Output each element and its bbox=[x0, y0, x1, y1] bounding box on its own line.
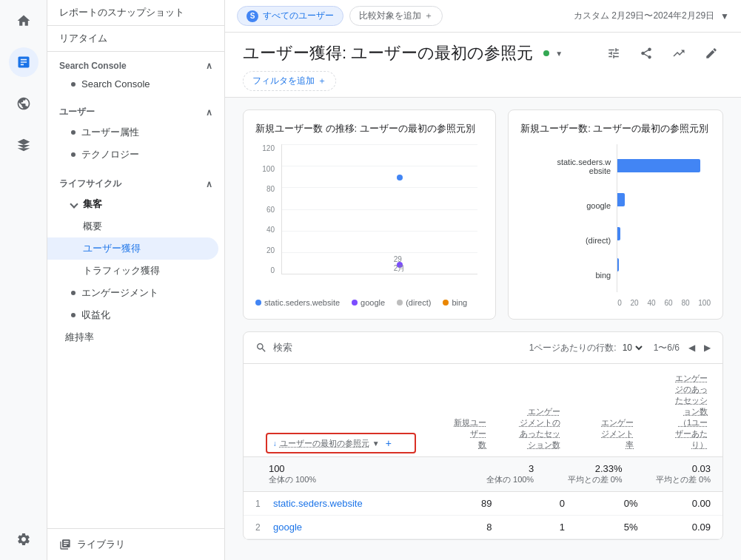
dimension-col-label: ユーザーの最初の参照元 bbox=[280, 438, 369, 449]
share-btn[interactable] bbox=[634, 41, 658, 65]
legend-dot-bing bbox=[443, 300, 449, 306]
col-dropdown-icon[interactable]: ▼ bbox=[372, 439, 380, 448]
bullet-icon bbox=[71, 82, 76, 87]
realtime-item[interactable]: リアタイム bbox=[47, 26, 224, 52]
search-box[interactable]: 検索 bbox=[255, 341, 292, 354]
plus-icon: ＋ bbox=[424, 10, 433, 22]
chart-legend: static.seders.website google (direct) bbox=[255, 298, 483, 307]
grid-line bbox=[282, 187, 477, 188]
lifecycle-group-header[interactable]: ライフサイクル ∧ bbox=[47, 172, 224, 193]
row-val-2-3: 5% bbox=[565, 522, 638, 533]
bar-label-static: static.seders.website bbox=[520, 158, 611, 175]
rows-per-page-label: 1ページあたりの行数: bbox=[529, 342, 617, 354]
user-chip-icon: S bbox=[247, 10, 258, 22]
home-icon-btn[interactable] bbox=[9, 6, 38, 36]
page-title-text: ユーザー獲得: ユーザーの最初の参照元 bbox=[243, 42, 533, 64]
bar-label-bing: bing bbox=[520, 271, 611, 280]
search-console-group-header[interactable]: Search Console ∧ bbox=[47, 55, 224, 74]
sort-arrow-icon: ↓ bbox=[273, 439, 277, 448]
sidebar-item-user-acquisition[interactable]: ユーザー獲得 bbox=[47, 237, 218, 260]
sidebar-item-retention[interactable]: 維持率 bbox=[47, 326, 218, 348]
traffic-acquisition-label: トラフィック獲得 bbox=[83, 264, 160, 277]
col-header-engaged-sessions: エンゲージメントのあったセッション数 bbox=[489, 403, 563, 453]
legend-direct: (direct) bbox=[397, 298, 431, 307]
legend-label-google: google bbox=[361, 298, 385, 307]
bar-row-bing bbox=[617, 258, 711, 271]
row-dim-2[interactable]: google bbox=[273, 522, 419, 533]
rows-per-page-select[interactable]: 10 25 50 bbox=[620, 342, 645, 354]
legend-label-direct: (direct) bbox=[406, 298, 431, 307]
bar-row-static bbox=[617, 159, 711, 172]
advertising-icon-btn[interactable] bbox=[9, 130, 38, 160]
row-dim-1[interactable]: static.seders.website bbox=[273, 498, 419, 509]
prev-page-btn[interactable]: ◀ bbox=[688, 343, 695, 353]
sidebar-item-monetization[interactable]: 収益化 bbox=[47, 304, 218, 326]
explore-icon-btn[interactable] bbox=[9, 89, 38, 118]
library-item[interactable]: ライブラリ bbox=[47, 528, 224, 560]
top-bar: S すべてのユーザー 比較対象を追加 ＋ カスタム 2月29日〜2024年2月2… bbox=[225, 0, 741, 33]
sidebar-item-acquisition[interactable]: 集客 bbox=[47, 193, 218, 215]
retention-label: 維持率 bbox=[65, 331, 94, 344]
top-bar-right: カスタム 2月29日〜2024年2月29日 ▼ bbox=[574, 10, 729, 22]
totals-dim-cell: 100 全体の 100% bbox=[269, 463, 446, 485]
col-header-new-users: 新規ユーザー数 bbox=[416, 414, 490, 453]
icon-sidebar bbox=[0, 0, 47, 560]
table-row: 1 static.seders.website 89 0 0% 0.00 bbox=[244, 492, 722, 516]
filter-bar: フィルタを追加 ＋ bbox=[243, 71, 723, 91]
bar-chart-area: static.seders.website google (direct) bi… bbox=[520, 144, 711, 292]
sidebar-item-overview[interactable]: 概要 bbox=[47, 215, 218, 237]
overview-label: 概要 bbox=[83, 220, 102, 233]
add-col-btn[interactable]: + bbox=[386, 437, 392, 449]
row-val-2-4: 0.09 bbox=[638, 522, 711, 533]
add-comparison-label: 比較対象を追加 bbox=[359, 10, 421, 22]
insights-btn[interactable] bbox=[667, 41, 691, 65]
table-toolbar: 検索 1ページあたりの行数: 10 25 50 1〜6/6 ◀ bbox=[244, 332, 722, 364]
top-bar-left: S すべてのユーザー 比較対象を追加 ＋ bbox=[237, 6, 443, 26]
sidebar-item-search-console[interactable]: Search Console bbox=[47, 74, 218, 94]
line-chart-area: 120 100 80 60 40 20 0 bbox=[255, 144, 483, 292]
user-group-label: ユーザー bbox=[59, 106, 95, 118]
snapshot-item[interactable]: レポートのスナップショット bbox=[47, 0, 224, 26]
user-attributes-label: ユーザー属性 bbox=[81, 126, 139, 139]
sidebar-item-traffic-acquisition[interactable]: トラフィック獲得 bbox=[47, 260, 218, 282]
rows-per-page: 1ページあたりの行数: 10 25 50 bbox=[529, 342, 645, 354]
grid-line bbox=[282, 252, 477, 253]
legend-dot-google bbox=[352, 300, 358, 306]
dimension-col-header[interactable]: ↓ ユーザーの最初の参照元 ▼ + bbox=[266, 433, 416, 453]
sidebar-item-user-attributes[interactable]: ユーザー属性 bbox=[47, 121, 218, 144]
title-dropdown-icon[interactable]: ▼ bbox=[555, 50, 563, 58]
legend-dot-direct bbox=[397, 300, 403, 306]
add-comparison-btn[interactable]: 比較対象を追加 ＋ bbox=[349, 6, 443, 26]
user-group-header[interactable]: ユーザー ∧ bbox=[47, 100, 224, 121]
row-val-1-3: 0% bbox=[565, 498, 638, 509]
bar-fill-static bbox=[617, 159, 700, 172]
totals-metric-2: 2.33% 平均との差 0% bbox=[534, 463, 622, 485]
edit-btn[interactable] bbox=[700, 41, 723, 65]
search-console-group-label: Search Console bbox=[59, 61, 127, 71]
legend-label-static: static.seders.website bbox=[264, 298, 340, 307]
add-filter-btn[interactable]: フィルタを追加 ＋ bbox=[243, 71, 336, 91]
grid-line bbox=[282, 209, 477, 210]
sidebar-item-technology[interactable]: テクノロジー bbox=[47, 144, 218, 166]
table-section: 検索 1ページあたりの行数: 10 25 50 1〜6/6 ◀ bbox=[243, 331, 723, 540]
expand-icon bbox=[70, 200, 78, 208]
reports-icon-btn[interactable] bbox=[9, 47, 38, 77]
legend-label-bing: bing bbox=[452, 298, 467, 307]
bar-chart-card: 新規ユーザー数: ユーザーの最初の参照元別 static.seders.webs… bbox=[508, 109, 723, 320]
engagement-label: エンゲージメント bbox=[81, 286, 158, 300]
line-chart-card: 新規ユーザー数 の推移: ユーザーの最初の参照元別 120 100 80 60 … bbox=[243, 109, 496, 320]
customize-report-btn[interactable] bbox=[602, 41, 626, 65]
bar-x-20: 20 bbox=[631, 299, 639, 307]
all-users-chip[interactable]: S すべてのユーザー bbox=[237, 6, 343, 26]
totals-metric-3: 0.03 平均との差 0% bbox=[623, 463, 711, 485]
bar-fill-bing bbox=[617, 258, 619, 271]
sidebar-item-engagement[interactable]: エンゲージメント bbox=[47, 282, 218, 304]
next-page-btn[interactable]: ▶ bbox=[704, 343, 711, 353]
calendar-icon[interactable]: ▼ bbox=[720, 11, 729, 21]
page-header: ユーザー獲得: ユーザーの最初の参照元 ▼ bbox=[225, 33, 741, 98]
row-val-2-2: 1 bbox=[492, 522, 566, 533]
bar-plot-area: 0 20 40 60 80 100 bbox=[617, 144, 711, 292]
bar-row-direct bbox=[617, 227, 711, 240]
settings-icon-btn[interactable] bbox=[9, 524, 38, 554]
bar-x-60: 60 bbox=[664, 299, 672, 307]
